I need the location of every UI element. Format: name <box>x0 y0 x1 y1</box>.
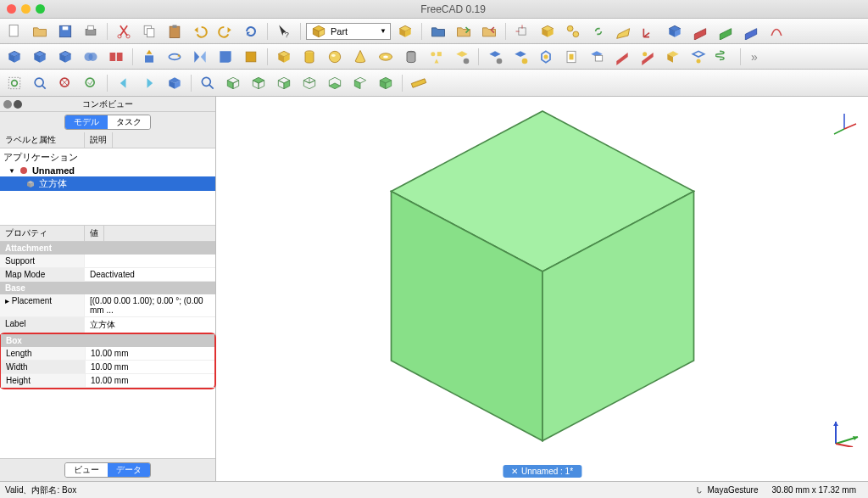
undo-button[interactable] <box>189 21 211 42</box>
nav-cube-small[interactable] <box>827 104 861 137</box>
prim-torus-button[interactable] <box>375 47 397 67</box>
revolve-button[interactable] <box>164 47 186 67</box>
mirror-button[interactable] <box>189 47 211 67</box>
overflow-indicator[interactable]: » <box>746 50 763 64</box>
part-display-button[interactable] <box>394 21 416 42</box>
view-rear-button[interactable] <box>298 73 320 93</box>
axis-cross-button[interactable] <box>511 21 533 42</box>
tree-doc[interactable]: ▼Unnamed <box>0 165 215 176</box>
prim-box4-button[interactable] <box>54 47 76 67</box>
zoom-fit-button[interactable] <box>29 73 51 93</box>
extrude-button[interactable] <box>138 47 160 67</box>
loft-button[interactable] <box>611 47 633 67</box>
prim-cone-button[interactable] <box>349 47 371 67</box>
helix-button[interactable] <box>713 47 735 67</box>
view-right-button[interactable] <box>273 73 295 93</box>
cut-button[interactable] <box>113 21 135 42</box>
prop-height[interactable]: Height10.00 mm <box>1 374 214 388</box>
panel-close-icon[interactable] <box>14 100 22 109</box>
prim-more-button[interactable] <box>426 47 448 67</box>
close-window-button[interactable] <box>7 4 16 14</box>
coordinate-button[interactable] <box>638 21 660 42</box>
3d-viewport[interactable]: ✕ Unnamed : 1* <box>216 97 868 481</box>
refresh-button[interactable] <box>240 21 262 42</box>
open-button[interactable] <box>29 21 51 42</box>
shapebuilder-button[interactable] <box>451 47 473 67</box>
prim-cylinder-button[interactable] <box>298 47 320 67</box>
save-button[interactable] <box>54 21 76 42</box>
prop-width[interactable]: Width10.00 mm <box>1 361 214 374</box>
panel-menu-icon[interactable] <box>3 100 12 109</box>
view-left-button[interactable] <box>349 73 371 93</box>
nav-style[interactable]: MayaGesture <box>694 485 758 495</box>
svg-rect-45 <box>411 78 426 87</box>
boolean-button[interactable] <box>80 47 102 67</box>
prim-tube-button[interactable] <box>400 47 422 67</box>
prop-length[interactable]: Length10.00 mm <box>1 347 214 361</box>
view-top-button[interactable] <box>248 73 270 93</box>
zoom-window-button[interactable] <box>36 4 45 14</box>
prim-box-button[interactable] <box>273 47 295 67</box>
part-icon-button[interactable] <box>537 21 559 42</box>
view-front-button[interactable] <box>222 73 244 93</box>
tab-task[interactable]: タスク <box>108 115 150 129</box>
offset-button[interactable] <box>484 47 506 67</box>
folder-button[interactable] <box>427 21 449 42</box>
section-button[interactable] <box>560 47 582 67</box>
datum-plane-button[interactable] <box>613 21 635 42</box>
sweep-button[interactable] <box>637 47 659 67</box>
workbench-selector[interactable]: Part ▼ <box>306 23 391 40</box>
print-button[interactable] <box>80 21 102 42</box>
fillet-button[interactable] <box>214 47 236 67</box>
zoom-all-button[interactable] <box>80 73 102 93</box>
tree-app-root[interactable]: アプリケーション <box>0 150 215 165</box>
zoom-button[interactable] <box>197 73 219 93</box>
view-iso2-button[interactable] <box>375 73 397 93</box>
nav-forward-button[interactable] <box>138 73 160 93</box>
prop-mapmode[interactable]: Map ModeDeactivated <box>0 268 215 282</box>
tab-view[interactable]: ビュー <box>65 463 108 477</box>
group-button[interactable] <box>562 21 584 42</box>
face-blue-button[interactable] <box>740 21 762 42</box>
import-button[interactable] <box>453 21 475 42</box>
view-bottom-button[interactable] <box>324 73 346 93</box>
nav-back-button[interactable] <box>113 73 135 93</box>
tree-col-label: ラベルと属性 <box>0 132 85 148</box>
face-green-button[interactable] <box>715 21 737 42</box>
minimize-window-button[interactable] <box>21 4 31 14</box>
thickness-button[interactable] <box>509 47 531 67</box>
prop-label[interactable]: Label立方体 <box>0 317 215 333</box>
paste-button[interactable] <box>164 21 186 42</box>
sketch-button[interactable] <box>765 21 787 42</box>
prop-support[interactable]: Support <box>0 255 215 268</box>
tab-data[interactable]: データ <box>108 463 150 477</box>
link-button[interactable] <box>587 21 609 42</box>
close-tab-icon[interactable]: ✕ <box>511 467 518 476</box>
prop-placement[interactable]: ▸ Placement[(0.00 0.00 1.00); 0.00 °; (0… <box>0 294 215 317</box>
shape-button[interactable] <box>664 21 686 42</box>
zoom-selection-button[interactable] <box>54 73 76 93</box>
cross-section-button[interactable] <box>586 47 608 67</box>
compound-button[interactable] <box>105 47 127 67</box>
shell-button[interactable] <box>687 47 709 67</box>
tree-item-cube[interactable]: 立方体 <box>0 176 215 191</box>
measure-button[interactable] <box>408 73 430 93</box>
redo-button[interactable] <box>214 21 236 42</box>
view-isometric-button[interactable] <box>164 73 186 93</box>
copy-button[interactable] <box>138 21 160 42</box>
document-tab[interactable]: ✕ Unnamed : 1* <box>503 465 581 478</box>
prim-box2-button[interactable] <box>3 47 25 67</box>
chamfer-button[interactable] <box>240 47 262 67</box>
what-is-button[interactable]: ? <box>273 21 295 42</box>
projection-button[interactable] <box>535 47 557 67</box>
face-red-button[interactable] <box>689 21 711 42</box>
model-tree[interactable]: アプリケーション ▼Unnamed 立方体 <box>0 148 215 225</box>
tab-model[interactable]: モデル <box>65 115 108 129</box>
export-button[interactable] <box>478 21 500 42</box>
prim-box3-button[interactable] <box>29 47 51 67</box>
prim-sphere-button[interactable] <box>324 47 346 67</box>
ruled-button[interactable] <box>662 47 684 67</box>
bounding-box-zoom-button[interactable] <box>3 73 25 93</box>
new-doc-button[interactable] <box>3 21 25 42</box>
cube-3d-shape[interactable] <box>364 93 721 450</box>
